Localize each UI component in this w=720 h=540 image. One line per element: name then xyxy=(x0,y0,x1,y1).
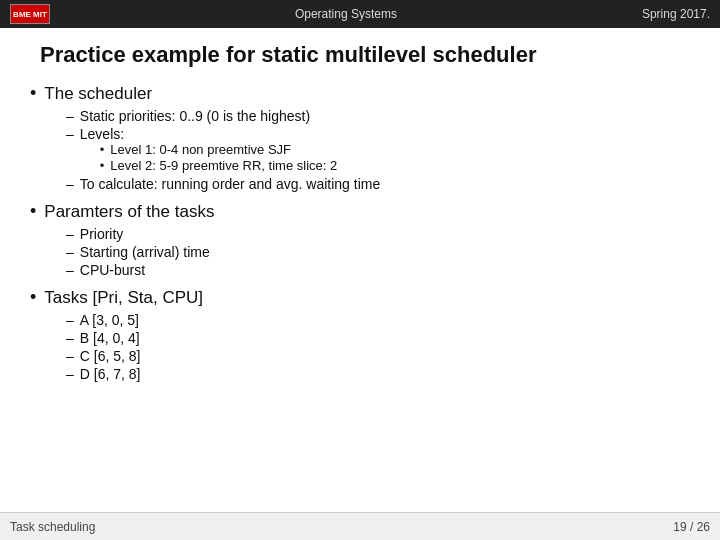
list-item: – Priority xyxy=(66,226,690,242)
list-item: • Level 2: 5-9 preemtive RR, time slice:… xyxy=(100,158,337,173)
list-item: – Levels: • Level 1: 0-4 non preemtive S… xyxy=(66,126,690,174)
slide-title: Practice example for static multilevel s… xyxy=(40,42,690,68)
level1-text: Level 1: 0-4 non preemtive SJF xyxy=(110,142,291,157)
dash-icon: – xyxy=(66,262,74,278)
header-right: Spring 2017. xyxy=(642,7,710,21)
bullet-main-scheduler: • The scheduler xyxy=(30,84,690,104)
list-item: – Starting (arrival) time xyxy=(66,244,690,260)
bullet-main-paramters: • Paramters of the tasks xyxy=(30,202,690,222)
logo-icon: BME MIT xyxy=(10,4,50,24)
footer-right: 19 / 26 xyxy=(673,520,710,534)
cpu-burst-label: CPU-burst xyxy=(80,262,145,278)
bullet-dot-2: • xyxy=(30,201,36,222)
dash-icon: – xyxy=(66,330,74,346)
dash-icon: – xyxy=(66,126,74,142)
starting-label: Starting (arrival) time xyxy=(80,244,210,260)
bullet-main-tasks: • Tasks [Pri, Sta, CPU] xyxy=(30,288,690,308)
task-a: A [3, 0, 5] xyxy=(80,312,139,328)
header-bar: BME MIT Operating Systems Spring 2017. xyxy=(0,0,720,28)
dash-icon: – xyxy=(66,244,74,260)
bullet-dot-3: • xyxy=(30,287,36,308)
scheduler-sub-2: To calculate: running order and avg. wai… xyxy=(80,176,380,192)
list-item: – Static priorities: 0..9 (0 is the high… xyxy=(66,108,690,124)
tasks-label: Tasks [Pri, Sta, CPU] xyxy=(44,288,203,308)
dash-icon: – xyxy=(66,176,74,192)
logo-area: BME MIT xyxy=(10,4,50,24)
scheduler-sub-0: Static priorities: 0..9 (0 is the highes… xyxy=(80,108,310,124)
levels-sub-items: • Level 1: 0-4 non preemtive SJF • Level… xyxy=(100,142,337,173)
dash-icon: – xyxy=(66,366,74,382)
dash-icon: – xyxy=(66,226,74,242)
task-d: D [6, 7, 8] xyxy=(80,366,141,382)
bullet-small-icon: • xyxy=(100,142,105,157)
main-content: Practice example for static multilevel s… xyxy=(0,28,720,402)
header-title: Operating Systems xyxy=(50,7,642,21)
paramters-sub-items: – Priority – Starting (arrival) time – C… xyxy=(66,226,690,278)
task-b: B [4, 0, 4] xyxy=(80,330,140,346)
section-paramters: • Paramters of the tasks – Priority – St… xyxy=(30,202,690,278)
list-item: – D [6, 7, 8] xyxy=(66,366,690,382)
task-c: C [6, 5, 8] xyxy=(80,348,141,364)
list-item: – A [3, 0, 5] xyxy=(66,312,690,328)
scheduler-sub-items: – Static priorities: 0..9 (0 is the high… xyxy=(66,108,690,192)
list-item: • Level 1: 0-4 non preemtive SJF xyxy=(100,142,337,157)
tasks-sub-items: – A [3, 0, 5] – B [4, 0, 4] – C [6, 5, 8… xyxy=(66,312,690,382)
level2-text: Level 2: 5-9 preemtive RR, time slice: 2 xyxy=(110,158,337,173)
dash-icon: – xyxy=(66,108,74,124)
list-item: – To calculate: running order and avg. w… xyxy=(66,176,690,192)
footer-left: Task scheduling xyxy=(10,520,95,534)
dash-icon: – xyxy=(66,312,74,328)
list-item: – CPU-burst xyxy=(66,262,690,278)
dash-icon: – xyxy=(66,348,74,364)
logo-text: BME MIT xyxy=(13,10,47,19)
section-tasks: • Tasks [Pri, Sta, CPU] – A [3, 0, 5] – … xyxy=(30,288,690,382)
section-scheduler: • The scheduler – Static priorities: 0..… xyxy=(30,84,690,192)
bullet-dot-1: • xyxy=(30,83,36,104)
scheduler-label: The scheduler xyxy=(44,84,152,104)
footer-bar: Task scheduling 19 / 26 xyxy=(0,512,720,540)
bullet-small-icon: • xyxy=(100,158,105,173)
priority-label: Priority xyxy=(80,226,124,242)
list-item: – C [6, 5, 8] xyxy=(66,348,690,364)
levels-label: Levels: xyxy=(80,126,124,142)
paramters-label: Paramters of the tasks xyxy=(44,202,214,222)
list-item: – B [4, 0, 4] xyxy=(66,330,690,346)
